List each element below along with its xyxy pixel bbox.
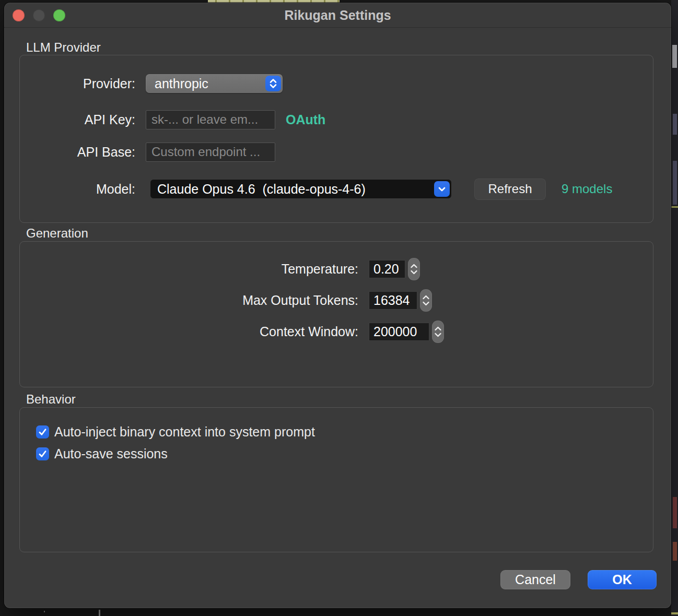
auto-inject-checkbox[interactable] bbox=[36, 425, 49, 439]
context-window-stepper[interactable] bbox=[432, 321, 444, 343]
model-label: Model: bbox=[20, 182, 135, 197]
generation-groupbox: Temperature: Max Output Tokens: Context … bbox=[19, 241, 653, 387]
context-window-row: Context Window: bbox=[20, 321, 653, 342]
api-base-label: API Base: bbox=[20, 145, 135, 160]
auto-save-label: Auto-save sessions bbox=[54, 446, 168, 461]
provider-selected-value: anthropic bbox=[155, 76, 208, 91]
background-fragment bbox=[673, 114, 677, 135]
stepper-up-icon bbox=[434, 326, 442, 331]
settings-window: Rikugan Settings LLM Provider Provider: … bbox=[4, 3, 671, 608]
auto-save-checkbox-row[interactable]: Auto-save sessions bbox=[36, 446, 168, 461]
auto-save-checkbox[interactable] bbox=[36, 447, 49, 460]
background-fragment bbox=[673, 497, 677, 528]
temperature-stepper[interactable] bbox=[408, 258, 420, 280]
checkmark-icon bbox=[38, 427, 48, 437]
api-key-row: API Key: OAuth bbox=[20, 109, 653, 131]
temperature-label: Temperature: bbox=[20, 262, 358, 277]
background-fragment bbox=[673, 161, 677, 205]
background-editor-strip-right bbox=[671, 0, 678, 616]
section-title-llm-provider: LLM Provider bbox=[26, 40, 101, 55]
background-fragment bbox=[672, 45, 677, 68]
provider-select[interactable]: anthropic bbox=[146, 74, 283, 93]
api-key-label: API Key: bbox=[20, 112, 135, 127]
background-fragment bbox=[673, 542, 677, 561]
context-window-label: Context Window: bbox=[20, 324, 358, 339]
api-key-input[interactable] bbox=[146, 110, 275, 129]
max-tokens-row: Max Output Tokens: bbox=[20, 289, 653, 311]
model-select[interactable]: Claude Opus 4.6 (claude-opus-4-6) bbox=[150, 179, 452, 199]
max-tokens-stepper[interactable] bbox=[420, 289, 432, 312]
temperature-input[interactable] bbox=[369, 260, 405, 278]
section-title-generation: Generation bbox=[26, 226, 88, 241]
models-count-text: 9 models bbox=[562, 182, 612, 196]
cancel-button[interactable]: Cancel bbox=[500, 570, 570, 589]
dialog-footer: Cancel OK bbox=[4, 570, 657, 589]
behavior-groupbox: Auto-inject binary context into system p… bbox=[19, 407, 653, 552]
updown-chevrons-icon bbox=[265, 76, 281, 91]
background-fragment bbox=[44, 611, 45, 612]
stepper-down-icon bbox=[422, 301, 430, 306]
stepper-down-icon bbox=[434, 333, 442, 337]
titlebar: Rikugan Settings bbox=[4, 3, 671, 28]
context-window-input[interactable] bbox=[369, 323, 429, 341]
max-tokens-label: Max Output Tokens: bbox=[20, 293, 358, 308]
api-base-input[interactable] bbox=[146, 143, 275, 162]
api-base-row: API Base: bbox=[20, 141, 653, 163]
temperature-row: Temperature: bbox=[20, 258, 653, 280]
ok-button[interactable]: OK bbox=[588, 570, 657, 589]
oauth-link[interactable]: OAuth bbox=[286, 112, 325, 127]
refresh-models-button[interactable]: Refresh bbox=[474, 179, 546, 200]
section-title-behavior: Behavior bbox=[26, 392, 76, 407]
auto-inject-label: Auto-inject binary context into system p… bbox=[54, 424, 315, 440]
model-selected-value: Claude Opus 4.6 (claude-opus-4-6) bbox=[157, 182, 366, 197]
provider-label: Provider: bbox=[20, 76, 135, 91]
window-title: Rikugan Settings bbox=[4, 3, 671, 28]
provider-row: Provider: anthropic bbox=[20, 73, 653, 94]
background-fragment bbox=[671, 612, 678, 614]
stepper-up-icon bbox=[410, 264, 418, 268]
max-tokens-input[interactable] bbox=[369, 291, 417, 310]
stepper-down-icon bbox=[410, 270, 418, 275]
model-row: Model: Claude Opus 4.6 (claude-opus-4-6)… bbox=[20, 178, 653, 200]
background-fragment bbox=[99, 610, 100, 616]
checkmark-icon bbox=[38, 449, 48, 459]
background-fragment bbox=[671, 206, 678, 208]
auto-inject-checkbox-row[interactable]: Auto-inject binary context into system p… bbox=[36, 424, 315, 440]
chevron-down-icon bbox=[434, 181, 450, 197]
llm-provider-groupbox: Provider: anthropic API Key: OAuth API B… bbox=[19, 55, 653, 223]
stepper-up-icon bbox=[422, 295, 430, 300]
